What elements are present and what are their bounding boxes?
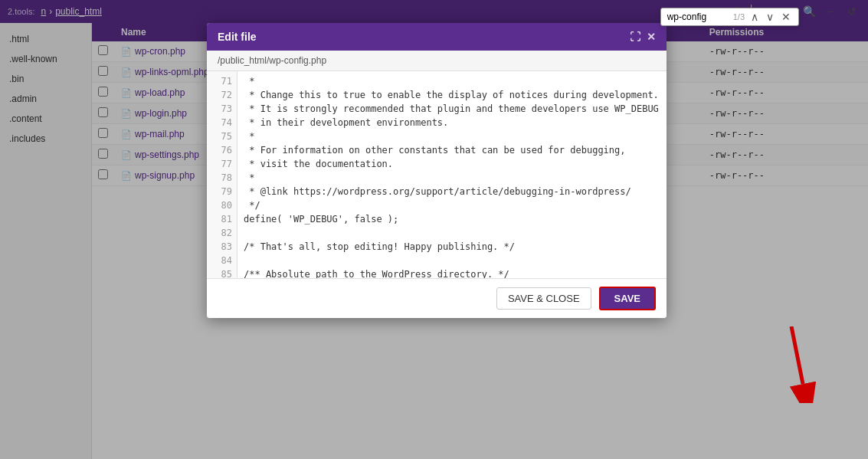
line-number: 71 — [211, 74, 232, 88]
red-arrow-annotation — [761, 326, 822, 405]
line-number: 76 — [211, 143, 232, 157]
code-line: * @link https://wordpress.org/support/ar… — [244, 185, 660, 198]
modal-filepath: /public_html/wp-config.php — [207, 51, 667, 71]
line-number: 85 — [211, 267, 232, 278]
filepath-text: /public_html/wp-config.php — [218, 55, 326, 66]
line-number: 79 — [211, 185, 232, 198]
line-number: 72 — [211, 88, 232, 102]
code-line: define( 'WP_DEBUG', false ); — [244, 212, 660, 226]
modal-footer: SAVE & CLOSE SAVE — [207, 278, 667, 318]
find-count: 1/3 — [733, 12, 745, 21]
line-number: 84 — [211, 254, 232, 267]
modal-title: Edit file — [218, 31, 257, 43]
line-number: 77 — [211, 157, 232, 171]
code-line — [244, 254, 660, 267]
line-number: 78 — [211, 171, 232, 185]
line-numbers: 7172737475767778798081828384858687888990… — [207, 71, 237, 278]
code-line: * visit the documentation. — [244, 157, 660, 171]
find-prev-button[interactable]: ∧ — [749, 11, 760, 23]
code-line: * — [244, 74, 660, 88]
code-line: * It is strongly recommended that plugin… — [244, 102, 660, 116]
line-number: 75 — [211, 130, 232, 143]
line-number: 82 — [211, 226, 232, 240]
save-close-button[interactable]: SAVE & CLOSE — [496, 287, 591, 310]
code-content[interactable]: * * Change this to true to enable the di… — [237, 71, 667, 278]
code-line: * — [244, 130, 660, 143]
code-line: * For information on other constants tha… — [244, 143, 660, 157]
code-editor[interactable]: 7172737475767778798081828384858687888990… — [207, 71, 667, 278]
modal-overlay: Edit file ⛶ ✕ /public_html/wp-config.php… — [0, 0, 868, 459]
edit-file-modal: Edit file ⛶ ✕ /public_html/wp-config.php… — [207, 23, 667, 318]
code-line — [244, 226, 660, 240]
line-number: 80 — [211, 198, 232, 212]
svg-line-1 — [791, 326, 803, 384]
line-number: 74 — [211, 116, 232, 130]
maximize-icon[interactable]: ⛶ — [630, 31, 640, 43]
find-bar: 1/3 ∧ ∨ ✕ — [660, 8, 799, 26]
line-number: 73 — [211, 102, 232, 116]
code-line: * — [244, 171, 660, 185]
line-number: 83 — [211, 240, 232, 254]
find-input[interactable] — [667, 11, 729, 22]
find-next-button[interactable]: ∨ — [765, 11, 775, 23]
code-line: /** Absolute path to the WordPress direc… — [244, 267, 660, 278]
code-line: * Change this to true to enable the disp… — [244, 88, 660, 102]
line-number: 81 — [211, 212, 232, 226]
modal-header: Edit file ⛶ ✕ — [207, 23, 667, 51]
modal-close-icon[interactable]: ✕ — [647, 31, 656, 43]
code-line: * in their development environments. — [244, 116, 660, 130]
find-close-button[interactable]: ✕ — [780, 11, 792, 23]
code-line: */ — [244, 198, 660, 212]
code-line: /* That's all, stop editing! Happy publi… — [244, 240, 660, 254]
save-button[interactable]: SAVE — [599, 287, 656, 310]
modal-header-actions: ⛶ ✕ — [630, 31, 656, 43]
